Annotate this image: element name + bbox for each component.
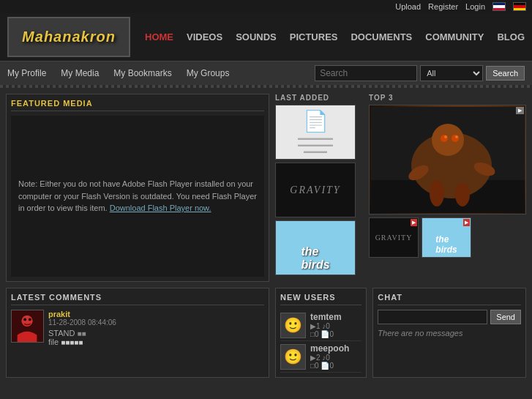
bottom-section: LATEST COMMENTS pr <box>6 288 526 378</box>
comment-date: 11-28-2008 08:44:06 <box>48 318 116 327</box>
thumb-doc-visual: 📄 ▬▬▬▬▬▬▬▬▬▬▬▬▬▬▬▬ <box>276 105 355 159</box>
last-added-grid: 📄 ▬▬▬▬▬▬▬▬▬▬▬▬▬▬▬▬ GRAVITY thebirds <box>275 105 363 275</box>
header: Mahanakron HOME VIDEOS SOUNDS PICTURES D… <box>0 13 532 61</box>
nav-videos[interactable]: VIDEOS <box>187 31 222 42</box>
subnav-my-media[interactable]: My Media <box>61 68 99 78</box>
svg-point-7 <box>455 183 470 206</box>
thumb-birds-visual: thebirds <box>276 221 355 275</box>
top3-label: TOP 3 <box>369 94 526 102</box>
chat-input-row: Send <box>378 310 521 324</box>
doc-icon-meepooh: 📄 <box>321 362 329 370</box>
user-name-temtem[interactable]: temtem <box>310 312 342 322</box>
comment-file: file ■■■■■ <box>48 338 116 346</box>
top3-big-visual <box>370 105 525 214</box>
top3-small-badge-2: ▶ <box>463 219 470 226</box>
comment-stand: STAND ■■ <box>48 329 116 338</box>
comment-info: prakit 11-28-2008 08:44:06 STAND ■■ file… <box>48 310 116 346</box>
svg-point-3 <box>432 124 464 156</box>
user-name-meepooh[interactable]: meepooh <box>310 343 349 354</box>
top3-small-badge-1: ▶ <box>411 219 417 226</box>
featured-notice: Note: Either you do not have Adobe Flash… <box>11 171 264 222</box>
right-media: LAST ADDED 📄 ▬▬▬▬▬▬▬▬▬▬▬▬▬▬▬▬ GRAVITY <box>275 94 526 282</box>
comment-username: prakit <box>48 310 116 318</box>
svg-point-9 <box>452 135 459 142</box>
doc-lines: ▬▬▬▬▬▬▬▬▬▬▬▬▬▬▬▬ <box>296 133 334 156</box>
featured-box: FEATURED MEDIA Note: Either you do not h… <box>6 94 269 282</box>
featured-area: Note: Either you do not have Adobe Flash… <box>11 116 264 277</box>
user-info-temtem: temtem ▶1 ♪0 □0 📄0 <box>310 312 342 338</box>
thumb-doc-item[interactable]: 📄 ▬▬▬▬▬▬▬▬▬▬▬▬▬▬▬▬ <box>275 105 356 160</box>
user-item-meepooh: 🙂 meepooh ▶2 ♪0 □0 📄0 <box>280 341 361 373</box>
search-bar: All Videos Sounds Pictures Documents Sea… <box>315 65 525 81</box>
upload-link[interactable]: Upload <box>395 2 421 11</box>
top3: TOP 3 <box>369 94 526 282</box>
comments-box: LATEST COMMENTS pr <box>6 288 269 378</box>
last-added-label: LAST ADDED <box>275 94 363 102</box>
nav-pictures[interactable]: PICTURES <box>290 31 338 42</box>
subnav-my-bookmarks[interactable]: My Bookmarks <box>113 68 171 78</box>
chat-input[interactable] <box>378 310 487 324</box>
doc-icon: 📄 <box>303 109 329 133</box>
svg-point-10 <box>444 135 447 138</box>
flash-download-link[interactable]: Download Flash Player now. <box>110 204 211 212</box>
user-item-temtem: 🙂 temtem ▶1 ♪0 □0 📄0 <box>280 310 361 341</box>
svg-point-6 <box>430 180 444 206</box>
svg-point-11 <box>455 135 458 138</box>
birds-text: thebirds <box>301 245 329 272</box>
subnav-my-profile[interactable]: My Profile <box>7 68 46 78</box>
featured-label: FEATURED MEDIA <box>11 99 264 111</box>
login-link[interactable]: Login <box>465 2 485 11</box>
top3-small-row: GRAVITY ▶ thebirds ▶ <box>369 217 526 258</box>
user-stats-meepooh: ▶2 ♪0 □0 📄0 <box>310 354 349 370</box>
user-avatar-temtem: 🙂 <box>280 313 306 338</box>
top3-big-item[interactable]: ▶ <box>369 105 526 215</box>
chat-send-button[interactable]: Send <box>490 310 521 324</box>
search-input[interactable] <box>315 65 417 81</box>
chat-label: CHAT <box>378 293 521 305</box>
register-link[interactable]: Register <box>428 2 458 11</box>
main-nav: HOME VIDEOS SOUNDS PICTURES DOCUMENTS CO… <box>145 31 525 42</box>
avatar-svg <box>12 310 43 343</box>
nav-documents[interactable]: DOCUMENTS <box>351 31 412 42</box>
new-users-box: NEW USERS 🙂 temtem ▶1 ♪0 □0 📄0 🙂 meepooh <box>275 288 367 378</box>
comments-label: LATEST COMMENTS <box>11 293 264 305</box>
logo[interactable]: Mahanakron <box>7 17 130 57</box>
doc-icon-temtem: 📄 <box>321 330 329 338</box>
thumb-gravity-visual: GRAVITY <box>276 163 355 217</box>
logo-text: Mahanakron <box>22 29 116 45</box>
thumb-gravity-item[interactable]: GRAVITY <box>275 163 356 217</box>
video-icon-temtem: ▶ <box>310 322 316 330</box>
media-section: FEATURED MEDIA Note: Either you do not h… <box>6 94 526 282</box>
top3-small-item-1[interactable]: GRAVITY ▶ <box>369 217 419 258</box>
featured-text: Note: Either you do not have Adobe Flash… <box>18 178 257 215</box>
nav-community[interactable]: COMMUNITY <box>425 31 484 42</box>
subnav-my-groups[interactable]: My Groups <box>187 68 230 78</box>
last-added: LAST ADDED 📄 ▬▬▬▬▬▬▬▬▬▬▬▬▬▬▬▬ GRAVITY <box>275 94 363 282</box>
video-icon-meepooh: ▶ <box>310 354 316 362</box>
nav-sounds[interactable]: SOUNDS <box>236 31 277 42</box>
comment-avatar-visual <box>12 310 43 342</box>
nav-home[interactable]: HOME <box>145 31 173 42</box>
top3-small-item-2[interactable]: thebirds ▶ <box>422 217 471 258</box>
main-content: FEATURED MEDIA Note: Either you do not h… <box>0 88 532 384</box>
user-avatar-meepooh: 🙂 <box>280 344 306 370</box>
chat-box: CHAT Send There are no messages <box>372 288 526 378</box>
flag-de-icon[interactable] <box>513 2 526 11</box>
user-info-meepooh: meepooh ▶2 ♪0 □0 📄0 <box>310 343 349 370</box>
svg-point-14 <box>23 318 26 321</box>
user-stats-temtem: ▶1 ♪0 □0 📄0 <box>310 322 342 338</box>
sub-nav: My Profile My Media My Bookmarks My Grou… <box>0 61 532 85</box>
rating-stars: ■■■■■ <box>61 338 83 346</box>
comment-item: prakit 11-28-2008 08:44:06 STAND ■■ file… <box>11 310 264 346</box>
svg-point-15 <box>29 318 31 321</box>
robot-svg <box>371 107 525 213</box>
thumb-birds-item[interactable]: thebirds <box>275 220 356 275</box>
flag-en-icon[interactable] <box>492 2 506 11</box>
search-category-select[interactable]: All Videos Sounds Pictures Documents <box>420 65 483 81</box>
chat-no-messages: There are no messages <box>378 329 521 338</box>
svg-point-8 <box>441 135 448 142</box>
top-bar: Upload Register Login <box>0 0 532 13</box>
comment-avatar <box>11 310 44 343</box>
search-button[interactable]: Search <box>486 66 525 81</box>
nav-blog[interactable]: BLOG <box>497 31 525 42</box>
